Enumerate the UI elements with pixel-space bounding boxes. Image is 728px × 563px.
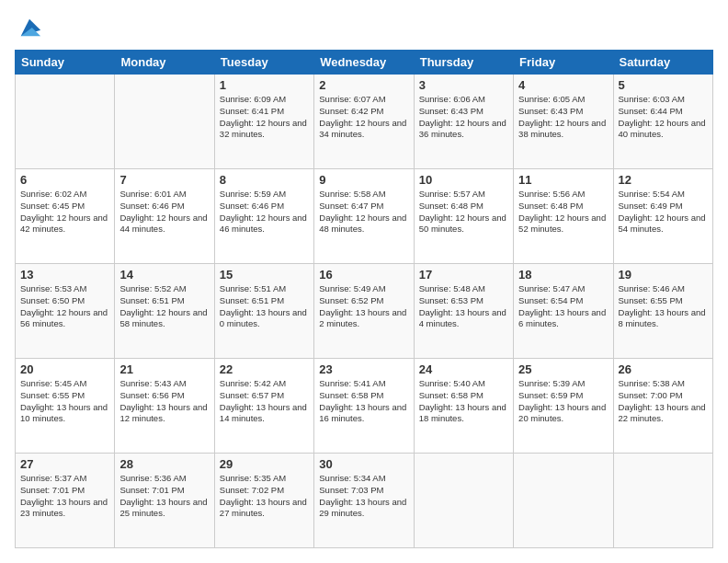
week-row-1: 1Sunrise: 6:09 AM Sunset: 6:41 PM Daylig… [16,75,713,169]
calendar-cell: 15Sunrise: 5:51 AM Sunset: 6:51 PM Dayli… [214,264,313,359]
calendar-body: 1Sunrise: 6:09 AM Sunset: 6:41 PM Daylig… [16,75,713,548]
day-info: Sunrise: 5:42 AM Sunset: 6:57 PM Dayligh… [220,378,309,425]
day-number: 4 [518,78,608,92]
day-info: Sunrise: 5:48 AM Sunset: 6:53 PM Dayligh… [419,283,508,330]
weekday-header-sunday: Sunday [16,51,115,75]
calendar-cell: 20Sunrise: 5:45 AM Sunset: 6:55 PM Dayli… [16,359,115,454]
day-number: 14 [119,268,209,282]
day-info: Sunrise: 5:45 AM Sunset: 6:55 PM Dayligh… [20,378,109,425]
day-number: 2 [319,78,408,92]
day-info: Sunrise: 5:34 AM Sunset: 7:03 PM Dayligh… [319,473,408,520]
day-number: 24 [419,362,508,376]
logo-text [15,15,42,40]
calendar-cell: 14Sunrise: 5:52 AM Sunset: 6:51 PM Dayli… [115,264,214,359]
day-info: Sunrise: 5:47 AM Sunset: 6:54 PM Dayligh… [518,283,608,330]
day-number: 23 [319,362,408,376]
day-number: 12 [619,173,708,187]
day-number: 7 [119,173,209,187]
day-info: Sunrise: 5:54 AM Sunset: 6:49 PM Dayligh… [619,189,708,236]
calendar-cell: 30Sunrise: 5:34 AM Sunset: 7:03 PM Dayli… [314,454,414,548]
day-info: Sunrise: 6:06 AM Sunset: 6:43 PM Dayligh… [419,94,508,141]
logo-icon [17,15,42,40]
week-row-3: 13Sunrise: 5:53 AM Sunset: 6:50 PM Dayli… [16,264,713,359]
weekday-header-tuesday: Tuesday [214,51,313,75]
day-info: Sunrise: 5:56 AM Sunset: 6:48 PM Dayligh… [518,189,608,236]
day-info: Sunrise: 5:52 AM Sunset: 6:51 PM Dayligh… [119,283,209,330]
weekday-header-friday: Friday [514,51,613,75]
day-info: Sunrise: 5:43 AM Sunset: 6:56 PM Dayligh… [119,378,209,425]
calendar-cell: 23Sunrise: 5:41 AM Sunset: 6:58 PM Dayli… [314,359,414,454]
calendar-cell: 28Sunrise: 5:36 AM Sunset: 7:01 PM Dayli… [115,454,214,548]
calendar-cell: 2Sunrise: 6:07 AM Sunset: 6:42 PM Daylig… [314,75,414,169]
day-number: 11 [518,173,608,187]
day-info: Sunrise: 6:09 AM Sunset: 6:41 PM Dayligh… [220,94,309,141]
day-number: 16 [319,268,408,282]
day-info: Sunrise: 6:07 AM Sunset: 6:42 PM Dayligh… [319,94,408,141]
calendar-cell: 13Sunrise: 5:53 AM Sunset: 6:50 PM Dayli… [16,264,115,359]
calendar-cell: 9Sunrise: 5:58 AM Sunset: 6:47 PM Daylig… [314,169,414,264]
day-number: 22 [220,362,309,376]
calendar-cell [514,454,613,548]
calendar-cell: 24Sunrise: 5:40 AM Sunset: 6:58 PM Dayli… [414,359,513,454]
day-info: Sunrise: 5:35 AM Sunset: 7:02 PM Dayligh… [220,473,309,520]
calendar-cell: 25Sunrise: 5:39 AM Sunset: 6:59 PM Dayli… [514,359,613,454]
day-info: Sunrise: 5:46 AM Sunset: 6:55 PM Dayligh… [619,283,708,330]
weekday-header-monday: Monday [115,51,214,75]
calendar-cell: 1Sunrise: 6:09 AM Sunset: 6:41 PM Daylig… [214,75,313,169]
calendar-cell: 26Sunrise: 5:38 AM Sunset: 7:00 PM Dayli… [613,359,712,454]
day-number: 5 [619,78,708,92]
day-info: Sunrise: 6:05 AM Sunset: 6:43 PM Dayligh… [518,94,608,141]
week-row-2: 6Sunrise: 6:02 AM Sunset: 6:45 PM Daylig… [16,169,713,264]
day-number: 3 [419,78,508,92]
calendar-cell: 17Sunrise: 5:48 AM Sunset: 6:53 PM Dayli… [414,264,513,359]
day-number: 26 [619,362,708,376]
day-number: 9 [319,173,408,187]
calendar-cell: 12Sunrise: 5:54 AM Sunset: 6:49 PM Dayli… [613,169,712,264]
week-row-4: 20Sunrise: 5:45 AM Sunset: 6:55 PM Dayli… [16,359,713,454]
day-info: Sunrise: 6:02 AM Sunset: 6:45 PM Dayligh… [20,189,109,236]
day-info: Sunrise: 5:37 AM Sunset: 7:01 PM Dayligh… [20,473,109,520]
day-info: Sunrise: 5:57 AM Sunset: 6:48 PM Dayligh… [419,189,508,236]
calendar-cell: 5Sunrise: 6:03 AM Sunset: 6:44 PM Daylig… [613,75,712,169]
weekday-row: SundayMondayTuesdayWednesdayThursdayFrid… [16,51,713,75]
day-info: Sunrise: 5:58 AM Sunset: 6:47 PM Dayligh… [319,189,408,236]
day-number: 20 [20,362,109,376]
logo [15,15,42,40]
day-number: 29 [220,457,309,471]
day-number: 25 [518,362,608,376]
day-number: 18 [518,268,608,282]
weekday-header-saturday: Saturday [613,51,712,75]
calendar-cell: 21Sunrise: 5:43 AM Sunset: 6:56 PM Dayli… [115,359,214,454]
calendar-cell: 10Sunrise: 5:57 AM Sunset: 6:48 PM Dayli… [414,169,513,264]
calendar-cell: 27Sunrise: 5:37 AM Sunset: 7:01 PM Dayli… [16,454,115,548]
weekday-header-wednesday: Wednesday [314,51,414,75]
calendar-cell: 19Sunrise: 5:46 AM Sunset: 6:55 PM Dayli… [613,264,712,359]
day-number: 1 [220,78,309,92]
calendar-cell: 18Sunrise: 5:47 AM Sunset: 6:54 PM Dayli… [514,264,613,359]
calendar-header: SundayMondayTuesdayWednesdayThursdayFrid… [16,51,713,75]
day-number: 28 [119,457,209,471]
calendar-cell: 6Sunrise: 6:02 AM Sunset: 6:45 PM Daylig… [16,169,115,264]
day-info: Sunrise: 5:49 AM Sunset: 6:52 PM Dayligh… [319,283,408,330]
calendar-cell [414,454,513,548]
weekday-header-thursday: Thursday [414,51,513,75]
calendar-cell: 4Sunrise: 6:05 AM Sunset: 6:43 PM Daylig… [514,75,613,169]
day-number: 13 [20,268,109,282]
calendar-cell: 29Sunrise: 5:35 AM Sunset: 7:02 PM Dayli… [214,454,313,548]
day-number: 19 [619,268,708,282]
calendar-cell [115,75,214,169]
calendar-cell [613,454,712,548]
day-number: 21 [119,362,209,376]
calendar-table: SundayMondayTuesdayWednesdayThursdayFrid… [15,50,713,548]
calendar-cell [16,75,115,169]
page: SundayMondayTuesdayWednesdayThursdayFrid… [0,0,728,563]
day-info: Sunrise: 5:51 AM Sunset: 6:51 PM Dayligh… [220,283,309,330]
calendar-cell: 3Sunrise: 6:06 AM Sunset: 6:43 PM Daylig… [414,75,513,169]
day-number: 30 [319,457,408,471]
calendar-cell: 16Sunrise: 5:49 AM Sunset: 6:52 PM Dayli… [314,264,414,359]
week-row-5: 27Sunrise: 5:37 AM Sunset: 7:01 PM Dayli… [16,454,713,548]
day-number: 27 [20,457,109,471]
day-info: Sunrise: 5:53 AM Sunset: 6:50 PM Dayligh… [20,283,109,330]
day-info: Sunrise: 6:01 AM Sunset: 6:46 PM Dayligh… [119,189,209,236]
day-number: 10 [419,173,508,187]
